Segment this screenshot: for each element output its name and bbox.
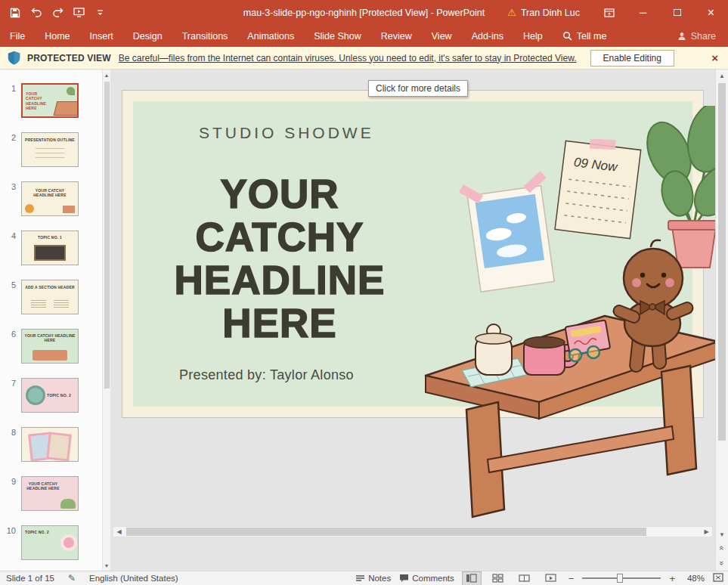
polaroid-illustration bbox=[457, 170, 561, 292]
close-button[interactable]: × bbox=[694, 0, 728, 25]
undo-icon[interactable] bbox=[27, 3, 45, 23]
slide-number: 6 bbox=[0, 329, 21, 339]
slide-sorter-view-button[interactable] bbox=[489, 572, 507, 585]
close-warnbar-icon[interactable]: × bbox=[711, 51, 718, 64]
tab-slide-show[interactable]: Slide Show bbox=[304, 25, 371, 47]
tab-transitions[interactable]: Transitions bbox=[172, 25, 238, 47]
thumbnail-row-7[interactable]: 7 TOPIC NO. 2 bbox=[0, 378, 102, 413]
thumbnail-title: YOUR CATCHY HEADLINE HERE bbox=[26, 481, 60, 491]
slide-number: 5 bbox=[0, 280, 21, 289]
notes-toggle[interactable]: Notes bbox=[355, 574, 391, 583]
pen-icon[interactable]: ✎ bbox=[68, 573, 76, 583]
scroll-right-icon[interactable]: ▶ bbox=[701, 528, 712, 535]
user-name: Tran Dinh Luc bbox=[521, 8, 580, 18]
normal-view-icon bbox=[466, 574, 477, 583]
horizontal-scroll-track[interactable] bbox=[125, 527, 701, 537]
start-slideshow-icon[interactable] bbox=[70, 3, 88, 23]
comments-toggle[interactable]: Comments bbox=[399, 574, 454, 583]
thumbnail-row-1[interactable]: 1 YOUR CATCHY HEADLINE HERE bbox=[0, 83, 102, 118]
normal-view-button[interactable] bbox=[463, 572, 481, 585]
slide-number: 1 bbox=[0, 83, 21, 93]
slide-number: 8 bbox=[0, 427, 21, 437]
tab-insert[interactable]: Insert bbox=[80, 25, 123, 47]
thumbnail-row-4[interactable]: 4 TOPIC NO. 1 bbox=[0, 231, 102, 265]
slide-illustration: 09 Now bbox=[412, 106, 715, 528]
tab-add-ins[interactable]: Add-ins bbox=[462, 25, 513, 47]
redo-icon[interactable] bbox=[48, 3, 67, 23]
thumbnail-slide-3[interactable]: YOUR CATCHY HEADLINE HERE bbox=[21, 181, 79, 216]
horizontal-scroll-thumb[interactable] bbox=[126, 528, 646, 536]
tell-me-box[interactable]: Tell me bbox=[553, 31, 617, 42]
thumbnail-row-5[interactable]: 5 ADD A SECTION HEADER bbox=[0, 280, 102, 314]
thumbnail-slide-9[interactable]: YOUR CATCHY HEADLINE HERE bbox=[21, 476, 79, 511]
tab-review[interactable]: Review bbox=[371, 25, 422, 47]
thumbnail-row-2[interactable]: 2 PRESENTATION OUTLINE bbox=[0, 132, 102, 167]
scroll-down-icon[interactable]: ▼ bbox=[104, 560, 110, 571]
slideshow-view-button[interactable] bbox=[542, 572, 560, 585]
reading-view-button[interactable] bbox=[516, 572, 534, 585]
maximize-button[interactable] bbox=[660, 0, 694, 25]
scroll-down-icon[interactable]: ▼ bbox=[719, 528, 725, 540]
thumbnail-scroll-track[interactable] bbox=[103, 80, 110, 560]
slide-headline[interactable]: YOUR CATCHY HEADLINE HERE bbox=[159, 172, 401, 345]
double-chevron-down-icon: » bbox=[717, 561, 726, 565]
scroll-up-icon[interactable]: ▲ bbox=[719, 70, 725, 82]
tab-design[interactable]: Design bbox=[123, 25, 172, 47]
thumbnail-row-3[interactable]: 3 YOUR CATCHY HEADLINE HERE bbox=[0, 181, 102, 216]
account-user[interactable]: ⚠ Tran Dinh Luc bbox=[507, 7, 580, 18]
thumbnail-slide-1[interactable]: YOUR CATCHY HEADLINE HERE bbox=[21, 83, 79, 118]
next-slide-button[interactable]: » bbox=[720, 556, 724, 571]
thumbnail-slide-5[interactable]: ADD A SECTION HEADER bbox=[21, 280, 79, 314]
thumbnail-row-6[interactable]: 6 YOUR CATCHY HEADLINE HERE bbox=[0, 329, 102, 364]
customize-qat-icon[interactable] bbox=[91, 3, 109, 23]
save-icon[interactable] bbox=[6, 3, 24, 23]
thumbnail-slide-10[interactable]: TOPIC NO. 2 bbox=[21, 525, 79, 560]
maximize-icon bbox=[674, 9, 681, 16]
slide-number: 10 bbox=[0, 525, 21, 535]
tab-help[interactable]: Help bbox=[513, 25, 553, 47]
slide-presenter-text[interactable]: Presented by: Taylor Alonso bbox=[179, 367, 354, 383]
protected-view-label: PROTECTED VIEW bbox=[27, 53, 111, 63]
title-bar: mau-3-slide-pp-ngo-nghinh [Protected Vie… bbox=[0, 0, 728, 25]
ribbon-display-options-icon[interactable] bbox=[592, 0, 626, 25]
slide-brand-text[interactable]: STUDIO SHODWE bbox=[199, 124, 374, 142]
window-title: mau-3-slide-pp-ngo-nghinh [Protected Vie… bbox=[243, 0, 485, 25]
thumbnail-row-10[interactable]: 10 TOPIC NO. 2 bbox=[0, 525, 102, 560]
zoom-slider[interactable] bbox=[582, 577, 661, 579]
reading-view-icon bbox=[519, 574, 530, 583]
enable-editing-button[interactable]: Enable Editing bbox=[590, 50, 674, 67]
tab-view[interactable]: View bbox=[422, 25, 462, 47]
thumbnail-slide-6[interactable]: YOUR CATCHY HEADLINE HERE bbox=[21, 329, 79, 364]
thumbnail-row-9[interactable]: 9 YOUR CATCHY HEADLINE HERE bbox=[0, 476, 102, 511]
notes-icon bbox=[355, 574, 365, 583]
scroll-up-icon[interactable]: ▲ bbox=[104, 70, 110, 80]
zoom-slider-thumb[interactable] bbox=[617, 574, 623, 583]
thumbnail-scroll-thumb[interactable] bbox=[104, 82, 110, 388]
previous-slide-button[interactable]: « bbox=[720, 540, 724, 556]
thumbnail-scrollbar[interactable]: ▲ ▼ bbox=[102, 70, 110, 571]
tab-file[interactable]: File bbox=[0, 25, 35, 47]
thumbnail-slide-7[interactable]: TOPIC NO. 2 bbox=[21, 378, 79, 413]
share-button[interactable]: Share bbox=[677, 31, 728, 42]
thumbnail-slide-8[interactable] bbox=[21, 427, 79, 462]
thumbnail-slide-2[interactable]: PRESENTATION OUTLINE bbox=[21, 132, 79, 167]
zoom-out-button[interactable]: − bbox=[568, 573, 575, 584]
slide-number: 7 bbox=[0, 378, 21, 388]
zoom-percentage[interactable]: 48% bbox=[683, 574, 705, 583]
protected-view-message-link[interactable]: Be careful—files from the Internet can c… bbox=[119, 53, 577, 63]
tab-animations[interactable]: Animations bbox=[237, 25, 304, 47]
vertical-scroll-track[interactable] bbox=[716, 82, 728, 528]
headline-line-2: CATCHY bbox=[159, 215, 401, 258]
scroll-left-icon[interactable]: ◀ bbox=[113, 528, 125, 535]
vertical-scroll-thumb[interactable] bbox=[718, 83, 726, 441]
minimize-button[interactable]: ─ bbox=[626, 0, 660, 25]
language-indicator[interactable]: English (United States) bbox=[89, 574, 178, 583]
zoom-in-button[interactable]: + bbox=[669, 573, 675, 584]
tab-home[interactable]: Home bbox=[35, 25, 79, 47]
fit-slide-to-window-button[interactable] bbox=[713, 573, 723, 583]
thumbnail-row-8[interactable]: 8 bbox=[0, 427, 102, 462]
thumbnail-slide-4[interactable]: TOPIC NO. 1 bbox=[21, 231, 79, 265]
vertical-scrollbar[interactable]: ▲ ▼ « » bbox=[715, 70, 728, 571]
horizontal-scrollbar[interactable]: ◀ ▶ bbox=[113, 526, 713, 537]
ribbon-tab-bar: File Home Insert Design Transitions Anim… bbox=[0, 25, 728, 47]
